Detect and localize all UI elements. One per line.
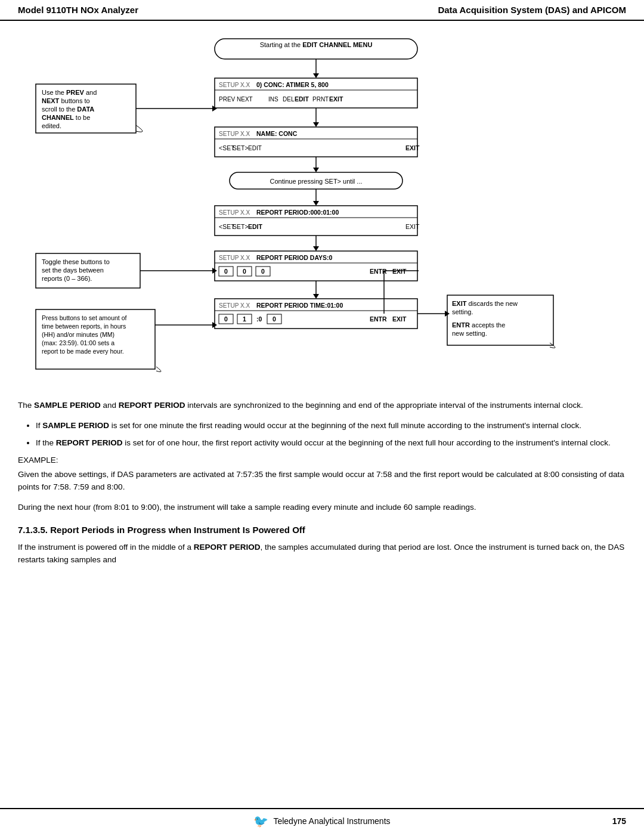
main-content: Starting at the EDIT CHANNEL MENU SETUP … bbox=[0, 21, 644, 808]
svg-text:NEXT buttons to: NEXT buttons to bbox=[42, 97, 90, 104]
example-para1: Given the above settings, if DAS paramet… bbox=[18, 468, 626, 494]
page-footer: 🐦 Teledyne Analytical Instruments 175 bbox=[0, 808, 644, 833]
bullet-item-2: If the REPORT PERIOD is set for of one h… bbox=[36, 436, 626, 450]
svg-marker-33 bbox=[313, 168, 319, 172]
bullet-list: If SAMPLE PERIOD is set for one minute t… bbox=[36, 419, 626, 450]
bullet-item-1: If SAMPLE PERIOD is set for one minute t… bbox=[36, 419, 626, 432]
svg-text:Toggle these buttons to: Toggle these buttons to bbox=[42, 258, 110, 265]
section-heading: 7.1.3.5. Report Periods in Progress when… bbox=[18, 525, 626, 535]
svg-text:time between reports, in hours: time between reports, in hours bbox=[42, 323, 126, 330]
svg-text:Continue pressing SET> until .: Continue pressing SET> until ... bbox=[270, 178, 363, 185]
svg-text:EXIT: EXIT bbox=[405, 144, 420, 151]
svg-text:REPORT PERIOD DAYS:0: REPORT PERIOD DAYS:0 bbox=[256, 254, 333, 261]
svg-text:ENTR accepts the: ENTR accepts the bbox=[452, 321, 505, 329]
svg-text:EXIT: EXIT bbox=[329, 95, 343, 103]
svg-text:setting.: setting. bbox=[452, 308, 473, 315]
svg-text:SET>: SET> bbox=[233, 144, 249, 151]
svg-text:PRNT: PRNT bbox=[312, 96, 329, 103]
flowchart: Starting at the EDIT CHANNEL MENU SETUP … bbox=[18, 33, 626, 385]
svg-text::0: :0 bbox=[256, 315, 262, 323]
svg-marker-37 bbox=[313, 201, 319, 206]
svg-text:ENTR: ENTR bbox=[370, 315, 387, 323]
svg-text:0: 0 bbox=[273, 315, 276, 323]
example-para2: During the next hour (from 8:01 to 9:00)… bbox=[18, 501, 626, 514]
bird-icon: 🐦 bbox=[253, 814, 268, 828]
svg-text:SETUP X.X: SETUP X.X bbox=[219, 302, 250, 309]
svg-text:EXIT: EXIT bbox=[405, 223, 420, 230]
footer-logo: 🐦 Teledyne Analytical Instruments bbox=[253, 814, 390, 828]
svg-text:SETUP X.X: SETUP X.X bbox=[219, 255, 250, 261]
svg-text:SETUP X.X: SETUP X.X bbox=[219, 82, 250, 88]
svg-text:EDIT: EDIT bbox=[248, 145, 262, 151]
footer-company: Teledyne Analytical Instruments bbox=[273, 816, 390, 826]
header-left: Model 9110TH NOx Analyzer bbox=[18, 5, 138, 15]
svg-text:Use the PREV and: Use the PREV and bbox=[42, 89, 97, 96]
svg-text:DEL: DEL bbox=[283, 96, 295, 103]
svg-text:EXIT discards the new: EXIT discards the new bbox=[452, 300, 518, 307]
footer-page-number: 175 bbox=[612, 816, 626, 826]
svg-text:Press buttons to set amount of: Press buttons to set amount of bbox=[42, 314, 126, 321]
svg-text:reports (0 – 366).: reports (0 – 366). bbox=[42, 275, 92, 282]
svg-text:REPORT PERIOD:000:01:00: REPORT PERIOD:000:01:00 bbox=[256, 209, 339, 216]
svg-text:new setting.: new setting. bbox=[452, 330, 487, 337]
header-right: Data Acquisition System (DAS) and APICOM bbox=[438, 5, 626, 15]
svg-text:scroll to the DATA: scroll to the DATA bbox=[42, 106, 94, 113]
svg-text:PREV NEXT: PREV NEXT bbox=[219, 96, 253, 103]
page: Model 9110TH NOx Analyzer Data Acquisiti… bbox=[0, 0, 644, 833]
svg-text:1: 1 bbox=[243, 315, 246, 323]
svg-text:EDIT: EDIT bbox=[295, 95, 309, 103]
svg-marker-23 bbox=[313, 122, 319, 127]
svg-text:EXIT: EXIT bbox=[392, 268, 407, 275]
svg-text:EXIT: EXIT bbox=[392, 315, 407, 323]
svg-text:REPORT PERIOD TIME:01:00: REPORT PERIOD TIME:01:00 bbox=[256, 302, 343, 309]
svg-text:EDIT: EDIT bbox=[248, 223, 263, 230]
page-header: Model 9110TH NOx Analyzer Data Acquisiti… bbox=[0, 0, 644, 21]
svg-text:(max: 23:59). 01:00 sets a: (max: 23:59). 01:00 sets a bbox=[42, 339, 114, 346]
svg-text:SETUP X.X: SETUP X.X bbox=[219, 209, 250, 216]
svg-text:0: 0 bbox=[261, 268, 265, 275]
body-para1: The SAMPLE PERIOD and REPORT PERIOD inte… bbox=[18, 399, 626, 412]
svg-text:0: 0 bbox=[224, 315, 228, 323]
svg-marker-67 bbox=[313, 294, 319, 299]
svg-text:edited.: edited. bbox=[42, 122, 61, 129]
svg-marker-3 bbox=[313, 73, 319, 78]
svg-text:SETUP X.X: SETUP X.X bbox=[219, 131, 250, 137]
svg-text:NAME: CONC: NAME: CONC bbox=[256, 130, 298, 137]
svg-text:(HH) and/or minutes (MM): (HH) and/or minutes (MM) bbox=[42, 331, 114, 338]
svg-text:0: 0 bbox=[243, 268, 246, 275]
svg-text:0) CONC:  ATIMER 5, 800: 0) CONC: ATIMER 5, 800 bbox=[256, 81, 329, 88]
svg-text:set the days between: set the days between bbox=[42, 267, 104, 274]
example-label: EXAMPLE: bbox=[18, 456, 626, 465]
svg-text:INS: INS bbox=[268, 96, 278, 103]
svg-text:SET>: SET> bbox=[233, 223, 249, 230]
svg-text:CHANNEL to be: CHANNEL to be bbox=[42, 114, 90, 121]
svg-marker-47 bbox=[313, 246, 319, 251]
section-para1: If the instrument is powered off in the … bbox=[18, 541, 626, 566]
svg-text:report to be made every hour.: report to be made every hour. bbox=[42, 348, 124, 355]
svg-text:Starting at the EDIT CHANNEL M: Starting at the EDIT CHANNEL MENU bbox=[260, 41, 373, 48]
svg-text:0: 0 bbox=[224, 268, 228, 275]
